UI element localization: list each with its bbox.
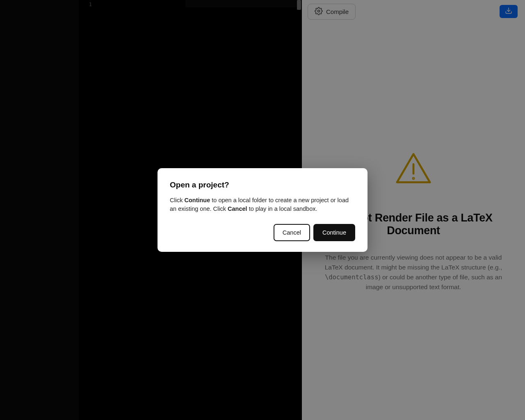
modal-body-text-1: Click xyxy=(170,197,184,203)
open-project-modal: Open a project? Click Continue to open a… xyxy=(158,168,368,252)
modal-title: Open a project? xyxy=(170,180,355,189)
modal-body: Click Continue to open a local folder to… xyxy=(170,196,355,213)
modal-body-text-3: to play in a local sandbox. xyxy=(247,205,317,212)
continue-button[interactable]: Continue xyxy=(313,224,355,241)
cancel-button[interactable]: Cancel xyxy=(274,224,310,241)
modal-overlay[interactable]: Open a project? Click Continue to open a… xyxy=(0,0,525,420)
app-root: 1 Compile xyxy=(0,0,525,420)
modal-actions: Cancel Continue xyxy=(170,224,355,241)
modal-body-bold-continue: Continue xyxy=(184,197,210,203)
modal-body-bold-cancel: Cancel xyxy=(228,205,247,212)
